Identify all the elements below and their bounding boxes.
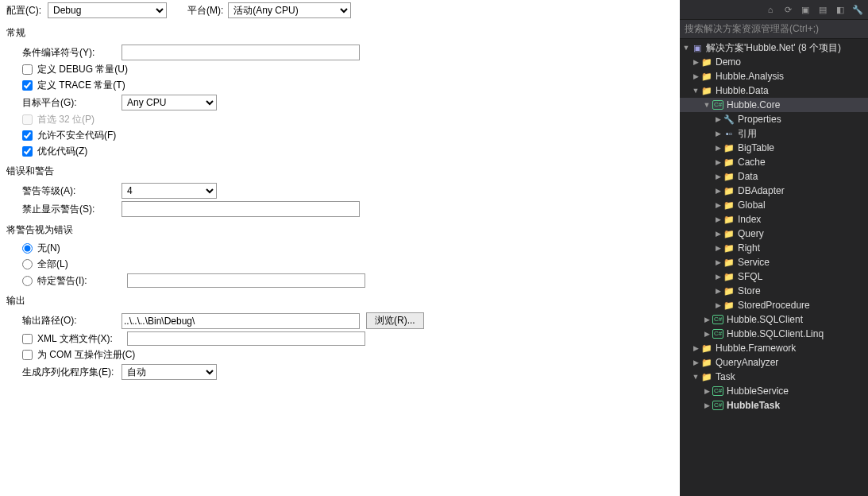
tree-node[interactable]: ▶C#HubbleTask (680, 398, 868, 413)
expand-icon[interactable]: ▶ (713, 187, 723, 195)
cond-symbols-input[interactable] (122, 45, 360, 60)
tree-node[interactable]: ▶📁Cache (680, 155, 868, 169)
target-platform-select[interactable]: Any CPU (122, 95, 217, 110)
tree-node[interactable]: ▶🔧Properties (680, 112, 868, 126)
expand-icon[interactable]: ▶ (702, 316, 712, 324)
expand-icon[interactable]: ▼ (691, 373, 700, 381)
expand-icon[interactable]: ▶ (713, 130, 723, 138)
tree-node[interactable]: ▶📁Service (680, 255, 868, 269)
expand-icon[interactable]: ▶ (713, 215, 723, 223)
tree-node[interactable]: ▶📁DBAdapter (680, 184, 868, 198)
define-trace-checkbox[interactable] (22, 80, 33, 91)
xml-doc-checkbox[interactable] (22, 334, 33, 344)
tree-node[interactable]: ▶📁Query (680, 227, 868, 241)
show-all-icon[interactable]: ▤ (817, 4, 828, 15)
folder-icon: 📁 (723, 286, 735, 296)
tree-node[interactable]: ▶📁BigTable (680, 141, 868, 155)
node-label: DBAdapter (738, 185, 785, 196)
folder-icon: 📁 (700, 372, 713, 382)
node-label: Right (738, 242, 760, 254)
treat-specific-input[interactable] (127, 273, 365, 288)
define-debug-checkbox[interactable] (22, 64, 33, 75)
expand-icon[interactable]: ▶ (713, 301, 723, 309)
expand-icon[interactable]: ▶ (713, 172, 723, 180)
folder-icon: 📁 (723, 258, 735, 268)
folder-icon: 📁 (700, 358, 713, 368)
wrench-icon[interactable]: 🔧 (852, 4, 863, 15)
tree-node[interactable]: ▶C#HubbleService (680, 384, 868, 398)
expand-icon[interactable]: ▼ (691, 87, 700, 95)
config-select[interactable]: Debug (48, 2, 167, 18)
expand-icon[interactable]: ▶ (702, 401, 712, 409)
config-label: 配置(C): (6, 4, 41, 17)
expand-icon[interactable]: ▶ (713, 115, 723, 123)
tree-node[interactable]: ▶📁Hubble.Analysis (680, 69, 868, 83)
folder-icon: 📁 (723, 215, 735, 225)
tree-node[interactable]: ▶📁StoredProcedure (680, 298, 868, 312)
folder-icon: 📁 (700, 86, 713, 96)
expand-icon[interactable]: ▶ (691, 58, 700, 66)
xml-doc-label: XML 文档文件(X): (37, 332, 122, 346)
tree-node[interactable]: ▼📁Hubble.Data (680, 83, 868, 98)
tree-node[interactable]: ▶📁Data (680, 169, 868, 184)
expand-icon[interactable]: ▶ (691, 358, 700, 366)
com-interop-checkbox[interactable] (22, 350, 33, 360)
expand-icon[interactable]: ▶ (713, 201, 723, 209)
csharp-project-icon: C# (712, 315, 724, 324)
tree-node[interactable]: ▶📁Hubble.Framework (680, 341, 868, 355)
output-path-input[interactable] (122, 313, 360, 329)
warn-level-select[interactable]: 4 (122, 183, 217, 199)
expand-icon[interactable]: ▶ (691, 72, 700, 80)
home-icon[interactable]: ⌂ (765, 4, 776, 15)
platform-select[interactable]: 活动(Any CPU) (228, 2, 351, 18)
expand-icon[interactable]: ▶ (713, 144, 723, 152)
tree-node[interactable]: ▶📁Demo (680, 55, 868, 69)
search-placeholder: 搜索解决方案资源管理器(Ctrl+;) (685, 22, 819, 36)
expand-icon[interactable]: ▶ (713, 258, 723, 266)
expand-icon[interactable]: ▶ (713, 230, 723, 238)
tree-node[interactable]: ▼📁Task (680, 370, 868, 384)
expand-icon[interactable]: ▼ (702, 101, 712, 109)
node-label: Hubble.SQLClient (727, 314, 803, 325)
tree-node[interactable]: ▶C#Hubble.SQLClient (680, 312, 868, 327)
allow-unsafe-checkbox[interactable] (22, 130, 33, 141)
properties-icon[interactable]: ◧ (835, 4, 846, 15)
tree-node[interactable]: ▶📁Global (680, 198, 868, 212)
tree-node[interactable]: ▶📁Store (680, 284, 868, 298)
treat-specific-radio[interactable] (22, 276, 33, 286)
tree-node[interactable]: ▶▪▫引用 (680, 126, 868, 141)
expand-icon[interactable]: ▶ (691, 344, 700, 352)
expand-icon[interactable]: ▶ (713, 287, 723, 295)
suppress-warn-input[interactable] (122, 201, 360, 217)
tree-node[interactable]: ▶C#Hubble.SQLClient.Linq (680, 327, 868, 341)
warn-level-label: 警告等级(A): (22, 184, 122, 198)
expand-icon[interactable]: ▶ (702, 330, 712, 338)
tree-node[interactable]: ▼C#Hubble.Core (680, 98, 868, 112)
browse-button[interactable]: 浏览(R)... (366, 312, 424, 329)
treat-none-radio[interactable] (22, 243, 33, 254)
folder-icon: 📁 (723, 272, 735, 282)
tree-node[interactable]: ▶📁Right (680, 241, 868, 255)
solution-node[interactable]: ▼ ▣ 解决方案'Hubble.Net' (8 个项目) (680, 41, 868, 55)
tree-node[interactable]: ▶📁QueryAnalyzer (680, 355, 868, 370)
node-label: Service (738, 257, 770, 268)
optimize-checkbox[interactable] (22, 146, 33, 157)
expand-icon[interactable]: ▶ (713, 158, 723, 166)
expand-icon[interactable]: ▼ (681, 44, 691, 52)
tree-node[interactable]: ▶📁Index (680, 212, 868, 227)
expand-icon[interactable]: ▶ (702, 387, 712, 395)
node-label: Query (738, 228, 764, 239)
gen-serial-select[interactable]: 自动 (122, 364, 217, 380)
node-label: Task (716, 371, 735, 382)
section-general: 常规 (6, 26, 673, 40)
explorer-search[interactable]: 搜索解决方案资源管理器(Ctrl+;) (680, 20, 868, 39)
node-label: Hubble.Framework (716, 343, 796, 354)
tree-node[interactable]: ▶📁SFQL (680, 269, 868, 284)
expand-icon[interactable]: ▶ (713, 273, 723, 281)
treat-all-radio[interactable] (22, 259, 33, 269)
project-properties-panel: 配置(C): Debug 平台(M): 活动(Any CPU) 常规 条件编译符… (0, 0, 680, 496)
sync-icon[interactable]: ⟳ (782, 4, 793, 15)
expand-icon[interactable]: ▶ (713, 244, 723, 252)
xml-doc-input[interactable] (127, 331, 365, 346)
collapse-icon[interactable]: ▣ (800, 4, 811, 15)
